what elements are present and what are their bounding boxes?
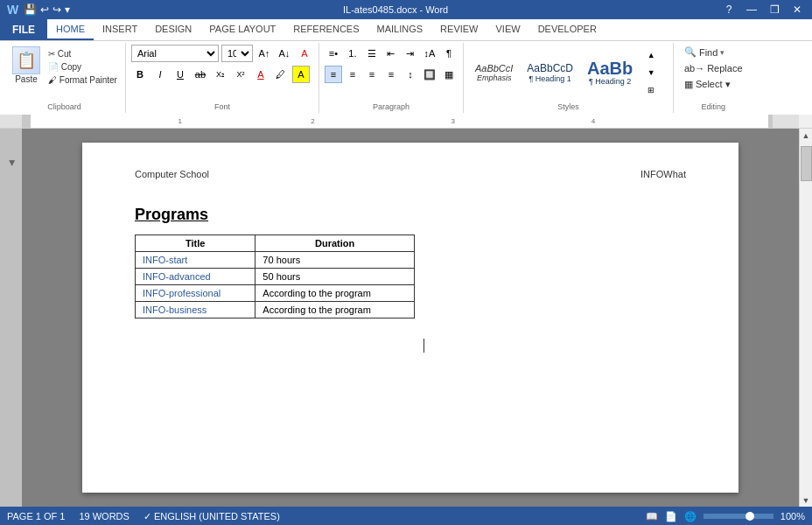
shading-para-btn[interactable]: 🔲 — [421, 66, 438, 83]
paste-label: Paste — [15, 74, 38, 84]
editing-content: 🔍 Find ▾ ab→ Replace ▦ Select ▾ — [679, 45, 748, 101]
bullets-btn[interactable]: ≡• — [325, 45, 342, 62]
program-link[interactable]: INFO-professional — [143, 288, 220, 298]
paste-button[interactable]: 📋 Paste — [9, 45, 44, 86]
styles-scroll-up-btn[interactable]: ▲ — [642, 46, 660, 64]
clipboard-group: 📋 Paste ✂ Cut 📄 Copy 🖌 Format Painter Cl… — [4, 43, 126, 113]
font-row1: Arial 10 A↑ A↓ A — [131, 45, 313, 62]
justify-btn[interactable]: ≡ — [382, 66, 400, 83]
sort-btn[interactable]: ↕A — [421, 45, 438, 62]
style-heading2[interactable]: AaBb ¶ Heading 2 — [581, 55, 639, 90]
redo-qat-btn[interactable]: ↪ — [52, 4, 61, 16]
strikethrough-button[interactable]: ab — [192, 66, 209, 83]
para-row2: ≡ ≡ ≡ ≡ ↕ 🔲 ▦ — [325, 66, 458, 83]
paragraph-content: ≡• 1. ☰ ⇤ ⇥ ↕A ¶ ≡ ≡ ≡ ≡ ↕ 🔲 ▦ — [325, 45, 458, 101]
styles-expand-btn[interactable]: ⊞ — [642, 81, 660, 99]
select-button[interactable]: ▦ Select ▾ — [679, 77, 736, 92]
font-color-btn[interactable]: A — [252, 66, 270, 83]
table-cell-duration: According to the program — [256, 302, 415, 318]
subscript-button[interactable]: X₂ — [212, 66, 229, 83]
highlight-btn[interactable]: 🖊 — [272, 66, 290, 83]
paste-icon: 📋 — [12, 46, 40, 74]
table-row: INFO-start70 hours — [136, 252, 415, 269]
read-mode-btn[interactable]: 📖 — [646, 511, 658, 522]
show-marks-btn[interactable]: ¶ — [440, 45, 458, 62]
zoom-thumb[interactable] — [746, 512, 754, 521]
clear-format-btn[interactable]: A — [296, 45, 313, 62]
align-center-btn[interactable]: ≡ — [344, 66, 361, 83]
borders-btn[interactable]: ▦ — [440, 66, 458, 83]
tab-insert[interactable]: INSERT — [94, 19, 146, 40]
font-group: Arial 10 A↑ A↓ A B I U ab X₂ X² A 🖊 A — [126, 43, 319, 113]
styles-scroll-down-btn[interactable]: ▼ — [642, 64, 660, 81]
copy-button[interactable]: 📄 Copy — [46, 61, 120, 73]
multilevel-btn[interactable]: ☰ — [363, 45, 381, 62]
styles-group: AaBbCcI Emphasis AaBbCcD ¶ Heading 1 AaB… — [464, 43, 674, 113]
undo-qat-btn[interactable]: ↩ — [40, 4, 49, 16]
program-link[interactable]: INFO-business — [143, 304, 206, 315]
save-qat-btn[interactable]: 💾 — [24, 4, 37, 16]
program-link[interactable]: INFO-start — [143, 255, 187, 265]
document-scroll[interactable]: Computer School INFOWhat Programs Title … — [22, 129, 799, 507]
restore-btn[interactable]: ❒ — [766, 4, 782, 16]
replace-icon: ab→ — [684, 63, 704, 74]
web-layout-btn[interactable]: 🌐 — [684, 511, 696, 522]
ruler-indent-marker — [22, 115, 31, 128]
tab-mailings[interactable]: MAILINGS — [368, 19, 432, 40]
help-btn[interactable]: ? — [721, 4, 737, 16]
line-spacing-btn[interactable]: ↕ — [402, 66, 419, 83]
shading-btn[interactable]: A — [292, 66, 310, 83]
cut-button[interactable]: ✂ Cut — [46, 48, 120, 60]
font-family-select[interactable]: Arial — [131, 45, 219, 62]
language-indicator[interactable]: ✓ ENGLISH (UNITED STATES) — [144, 511, 280, 522]
superscript-button[interactable]: X² — [232, 66, 249, 83]
underline-button[interactable]: U — [172, 66, 189, 83]
zoom-slider[interactable] — [704, 514, 774, 519]
font-size-select[interactable]: 10 — [221, 45, 253, 62]
replace-button[interactable]: ab→ Replace — [679, 61, 748, 75]
quick-access-toolbar: 💾 ↩ ↪ ▾ — [24, 4, 70, 16]
decrease-font-btn[interactable]: A↓ — [276, 45, 293, 62]
find-button[interactable]: 🔍 Find ▾ — [679, 45, 730, 60]
text-cursor — [424, 339, 424, 353]
increase-font-btn[interactable]: A↑ — [256, 45, 273, 62]
table-cell-duration: According to the program — [256, 285, 415, 302]
select-icon: ▦ — [684, 79, 693, 90]
print-layout-btn[interactable]: 📄 — [665, 511, 677, 522]
col-header-title: Title — [136, 235, 256, 252]
font-content: Arial 10 A↑ A↓ A B I U ab X₂ X² A 🖊 A — [131, 45, 313, 101]
numbering-btn[interactable]: 1. — [344, 45, 361, 62]
tab-page-layout[interactable]: PAGE LAYOUT — [200, 19, 284, 40]
scroll-up-btn[interactable]: ▲ — [800, 129, 813, 142]
scroll-down-btn[interactable]: ▼ — [800, 494, 813, 507]
title-bar: W 💾 ↩ ↪ ▾ IL-ates0485.docx - Word ? — ❒ … — [0, 0, 812, 19]
zoom-level: 100% — [780, 511, 805, 522]
ribbon-content: 📋 Paste ✂ Cut 📄 Copy 🖌 Format Painter Cl… — [0, 40, 812, 115]
format-painter-button[interactable]: 🖌 Format Painter — [46, 74, 120, 86]
minimize-btn[interactable]: — — [744, 4, 760, 16]
style-heading1[interactable]: AaBbCcD ¶ Heading 1 — [521, 58, 579, 88]
align-left-btn[interactable]: ≡ — [325, 66, 342, 83]
tab-design[interactable]: DESIGN — [146, 19, 200, 40]
close-btn[interactable]: ✕ — [789, 4, 805, 16]
style-emphasis[interactable]: AaBbCcI Emphasis — [469, 59, 519, 87]
italic-button[interactable]: I — [151, 66, 169, 83]
tab-view[interactable]: VIEW — [487, 19, 529, 40]
table-row: INFO-professionalAccording to the progra… — [136, 285, 415, 302]
scroll-track[interactable] — [800, 142, 812, 494]
decrease-indent-btn[interactable]: ⇤ — [382, 45, 400, 62]
align-right-btn[interactable]: ≡ — [363, 66, 381, 83]
program-link[interactable]: INFO-advanced — [143, 271, 211, 282]
tab-file[interactable]: FILE — [0, 19, 47, 40]
increase-indent-btn[interactable]: ⇥ — [402, 45, 419, 62]
tab-review[interactable]: REVIEW — [431, 19, 486, 40]
scroll-thumb[interactable] — [801, 146, 812, 181]
tab-developer[interactable]: DEVELOPER — [529, 19, 606, 40]
vertical-scrollbar[interactable]: ▲ ▼ — [799, 129, 812, 507]
table-cell-title: INFO-start — [136, 252, 256, 269]
programs-table: Title Duration INFO-start70 hoursINFO-ad… — [135, 234, 415, 318]
word-count: 19 WORDS — [79, 511, 129, 522]
bold-button[interactable]: B — [131, 66, 149, 83]
tab-home[interactable]: HOME — [47, 19, 94, 40]
tab-references[interactable]: REFERENCES — [284, 19, 368, 40]
